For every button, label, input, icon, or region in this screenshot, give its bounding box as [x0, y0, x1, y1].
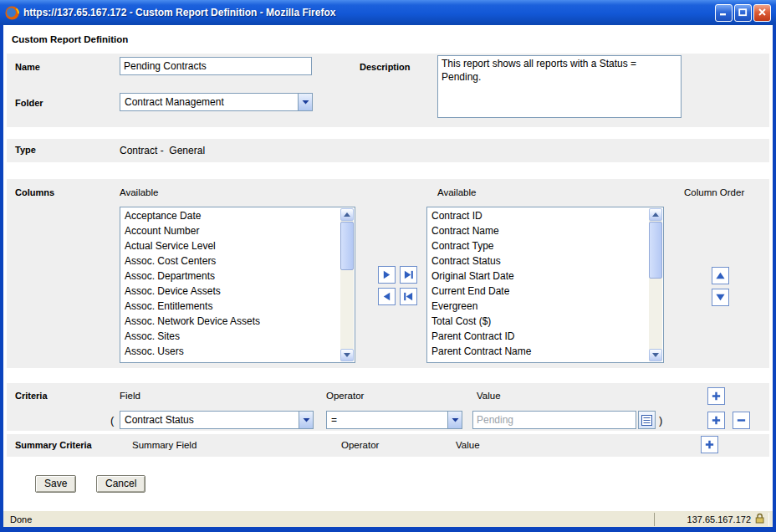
available-columns-list[interactable]: Acceptance DateAccount NumberActual Serv… [120, 207, 355, 363]
criteria-operator-value: = [327, 414, 447, 426]
criteria-field-header: Field [120, 391, 140, 401]
cancel-button[interactable]: Cancel [96, 475, 146, 493]
move-left-button[interactable] [378, 288, 396, 305]
selected-scrollbar[interactable] [649, 208, 662, 361]
criteria-operator-header: Operator [326, 391, 364, 401]
list-item[interactable]: Assoc. Sites [121, 329, 340, 344]
chevron-down-icon [299, 412, 313, 428]
description-textarea[interactable]: This report shows all reports with a Sta… [437, 55, 682, 118]
save-button[interactable]: Save [35, 475, 76, 493]
maximize-button[interactable] [734, 4, 752, 22]
list-item[interactable]: Account Number [121, 223, 340, 238]
security-host-panel: 137.65.167.172 [654, 513, 769, 526]
list-item[interactable]: Evergreen [428, 299, 649, 314]
list-item[interactable]: Contract Name [428, 223, 649, 238]
list-item[interactable]: Assoc. Network Device Assets [121, 314, 340, 329]
folder-select[interactable]: Contract Management [120, 93, 313, 111]
summary-field-header: Summary Field [132, 440, 197, 450]
name-input[interactable] [120, 57, 312, 75]
window-title: https://137.65.167.172 - Custom Report D… [23, 7, 710, 18]
add-criteria-button[interactable] [707, 412, 725, 429]
list-item[interactable]: Acceptance Date [121, 208, 340, 223]
window-controls [715, 4, 771, 22]
remove-criteria-button[interactable] [733, 412, 750, 429]
scroll-up-icon[interactable] [340, 208, 354, 221]
scrollbar-thumb[interactable] [340, 222, 354, 270]
close-paren: ) [659, 414, 662, 427]
list-item[interactable]: Parent Contract ID [428, 329, 649, 344]
scrollbar-track[interactable] [340, 221, 354, 349]
column-order-header: Column Order [684, 187, 744, 197]
name-label: Name [15, 62, 40, 72]
columns-label: Columns [15, 187, 54, 197]
list-item[interactable]: Contract Type [428, 238, 649, 253]
summary-operator-header: Operator [341, 440, 379, 450]
host-text: 137.65.167.172 [687, 514, 751, 524]
list-item[interactable]: Assoc. Device Assets [121, 284, 340, 299]
open-paren: ( [110, 414, 114, 427]
list-item[interactable]: Actual Service Level [121, 238, 340, 253]
list-item[interactable]: Current End Date [428, 284, 649, 299]
type-value: Contract - General [120, 145, 205, 156]
value-picker-button[interactable] [638, 411, 656, 429]
criteria-value-header: Value [477, 391, 501, 401]
list-item[interactable]: Original Start Date [428, 269, 649, 284]
criteria-field-select[interactable]: Contract Status [120, 411, 314, 429]
chevron-down-icon [447, 412, 462, 428]
move-all-left-button[interactable] [400, 288, 417, 305]
scrollbar-thumb[interactable] [649, 222, 662, 279]
list-item[interactable]: Contract Status [428, 253, 649, 269]
browser-window: https://137.65.167.172 - Custom Report D… [0, 0, 776, 532]
lock-icon[interactable] [755, 513, 764, 525]
folder-label: Folder [15, 98, 43, 108]
criteria-field-value: Contract Status [120, 414, 299, 426]
selected-columns-list[interactable]: Contract IDContract NameContract TypeCon… [426, 207, 664, 363]
move-up-button[interactable] [712, 267, 729, 284]
description-label: Description [360, 62, 411, 72]
close-button[interactable] [753, 4, 771, 22]
criteria-value-input[interactable] [472, 411, 636, 429]
list-item[interactable]: Parent Contract Name [428, 344, 649, 359]
move-right-button[interactable] [378, 266, 396, 284]
type-label: Type [15, 145, 36, 155]
available-columns-items: Acceptance DateAccount NumberActual Serv… [121, 208, 340, 361]
summary-criteria-section [7, 434, 769, 457]
minimize-button[interactable] [715, 4, 733, 22]
add-summary-criteria-button[interactable] [701, 436, 718, 453]
titlebar[interactable]: https://137.65.167.172 - Custom Report D… [0, 0, 776, 25]
list-item[interactable]: Assoc. Entitlements [121, 299, 340, 314]
add-criteria-group-button[interactable] [707, 387, 725, 405]
criteria-label: Criteria [15, 391, 48, 401]
status-bar: Done 137.65.167.172 [3, 510, 773, 527]
list-item[interactable]: Contract ID [428, 208, 649, 223]
summary-criteria-label: Summary Criteria [15, 440, 92, 450]
folder-select-value: Contract Management [120, 96, 298, 108]
chevron-down-icon [298, 94, 312, 110]
available-scrollbar[interactable] [340, 208, 354, 361]
firefox-icon [5, 6, 19, 20]
summary-value-header: Value [456, 440, 480, 450]
status-text: Done [3, 514, 654, 524]
move-down-button[interactable] [712, 289, 729, 306]
scroll-down-icon[interactable] [649, 349, 662, 361]
list-item[interactable]: Assoc. Departments [121, 269, 340, 284]
selected-header: Available [437, 187, 476, 197]
scroll-down-icon[interactable] [340, 349, 354, 361]
list-item[interactable]: Assoc. Users [121, 344, 340, 359]
list-item[interactable]: Assoc. Cost Centers [121, 253, 340, 269]
criteria-operator-select[interactable]: = [326, 411, 462, 429]
scrollbar-track[interactable] [649, 221, 662, 349]
list-item[interactable]: Total Cost ($) [428, 314, 649, 329]
available-header: Available [120, 187, 158, 197]
move-all-right-button[interactable] [400, 266, 417, 284]
scroll-up-icon[interactable] [649, 208, 662, 221]
page-content: Custom Report Definition Name Folder Con… [3, 25, 773, 510]
page-title: Custom Report Definition [12, 34, 128, 44]
selected-columns-items: Contract IDContract NameContract TypeCon… [428, 208, 649, 361]
